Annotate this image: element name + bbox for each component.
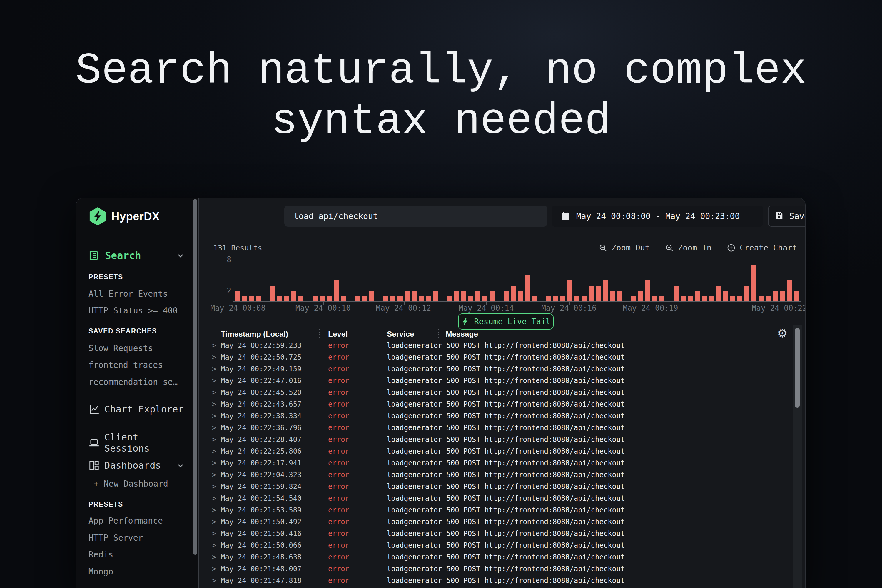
histogram-bar[interactable]: [637, 260, 644, 302]
column-resize-handle[interactable]: [376, 329, 378, 339]
table-row[interactable]: >May 24 00:22:25.806errorloadgenerator 5…: [200, 446, 792, 457]
histogram-bar[interactable]: [276, 260, 283, 302]
table-row[interactable]: >May 24 00:21:59.824errorloadgenerator 5…: [200, 481, 792, 492]
table-row[interactable]: >May 24 00:22:38.334errorloadgenerator 5…: [200, 410, 792, 422]
sidebar-item-chart-explorer[interactable]: Chart Explorer: [88, 404, 185, 415]
table-row[interactable]: >May 24 00:22:50.725errorloadgenerator 5…: [200, 351, 792, 363]
zoom-out-button[interactable]: Zoom Out: [598, 243, 650, 252]
histogram-bar[interactable]: [234, 260, 241, 302]
histogram-bar[interactable]: [375, 260, 382, 302]
table-row[interactable]: >May 24 00:22:17.941errorloadgenerator 5…: [200, 457, 792, 469]
table-row[interactable]: >May 24 00:22:49.159errorloadgenerator 5…: [200, 363, 792, 375]
histogram-bar[interactable]: [567, 260, 574, 302]
histogram-bar[interactable]: [666, 260, 673, 302]
histogram-bar[interactable]: [680, 260, 687, 302]
sidebar-item-mongo[interactable]: Mongo: [88, 567, 185, 576]
histogram-bar[interactable]: [751, 260, 758, 302]
histogram-bar[interactable]: [468, 260, 474, 302]
resume-live-tail-button[interactable]: Resume Live Tail: [458, 314, 554, 330]
sidebar-scrollbar[interactable]: [193, 199, 197, 555]
histogram-bar[interactable]: [333, 260, 340, 302]
histogram-bar[interactable]: [340, 260, 347, 302]
histogram-bar[interactable]: [312, 260, 319, 302]
histogram-bar[interactable]: [772, 260, 779, 302]
histogram-bar[interactable]: [439, 260, 446, 302]
histogram-bar[interactable]: [744, 260, 751, 302]
histogram-bar[interactable]: [496, 260, 503, 302]
sidebar-item-client-sessions[interactable]: Client Sessions: [88, 432, 185, 454]
column-header-level[interactable]: Level: [328, 330, 348, 339]
table-row[interactable]: >May 24 00:21:47.818errorloadgenerator 5…: [200, 575, 792, 586]
table-row[interactable]: >May 24 00:22:59.233errorloadgenerator 5…: [200, 340, 792, 351]
histogram-bar[interactable]: [517, 260, 524, 302]
histogram-bar[interactable]: [418, 260, 425, 302]
histogram-bar[interactable]: [255, 260, 262, 302]
histogram-bar[interactable]: [729, 260, 736, 302]
histogram-bar[interactable]: [304, 260, 312, 302]
histogram-bar[interactable]: [708, 260, 715, 302]
table-row[interactable]: >May 24 00:21:53.589errorloadgenerator 5…: [200, 504, 792, 516]
histogram-bar[interactable]: [319, 260, 326, 302]
table-row[interactable]: >May 24 00:21:48.638errorloadgenerator 5…: [200, 551, 792, 563]
histogram-bar[interactable]: [623, 260, 630, 302]
histogram-bar[interactable]: [397, 260, 404, 302]
histogram-bar[interactable]: [382, 260, 390, 302]
histogram-bar[interactable]: [765, 260, 772, 302]
search-input[interactable]: load api/checkout: [284, 206, 548, 226]
histogram-bar[interactable]: [354, 260, 361, 302]
histogram-bar[interactable]: [609, 260, 616, 302]
histogram-bar[interactable]: [602, 260, 609, 302]
histogram-bar[interactable]: [574, 260, 580, 302]
histogram-bar[interactable]: [297, 260, 304, 302]
histogram-bar[interactable]: [503, 260, 510, 302]
sidebar-item-frontend-traces[interactable]: frontend traces: [88, 360, 185, 370]
histogram-bar[interactable]: [588, 260, 595, 302]
table-row[interactable]: >May 24 00:22:47.016errorloadgenerator 5…: [200, 375, 792, 387]
histogram-bar[interactable]: [595, 260, 602, 302]
histogram-bar[interactable]: [248, 260, 255, 302]
histogram-bar[interactable]: [453, 260, 460, 302]
histogram-bar[interactable]: [560, 260, 567, 302]
histogram-bar[interactable]: [269, 260, 276, 302]
table-row[interactable]: >May 24 00:22:36.796errorloadgenerator 5…: [200, 422, 792, 434]
histogram-bar[interactable]: [786, 260, 793, 302]
histogram-bar[interactable]: [651, 260, 658, 302]
histogram-bar[interactable]: [694, 260, 701, 302]
histogram-bar[interactable]: [411, 260, 418, 302]
create-chart-button[interactable]: Create Chart: [727, 243, 797, 252]
table-row[interactable]: >May 24 00:21:54.540errorloadgenerator 5…: [200, 492, 792, 504]
histogram-bar[interactable]: [361, 260, 368, 302]
histogram-bar[interactable]: [758, 260, 765, 302]
sidebar-item-all-error-events[interactable]: All Error Events: [88, 289, 185, 299]
histogram-bar[interactable]: [673, 260, 680, 302]
table-row[interactable]: >May 24 00:22:28.407errorloadgenerator 5…: [200, 434, 792, 446]
histogram-bar[interactable]: [531, 260, 538, 302]
chevron-down-icon[interactable]: [176, 461, 185, 470]
sidebar-item-recommendation[interactable]: recommendation se…: [88, 377, 185, 387]
histogram-bar[interactable]: [390, 260, 397, 302]
histogram-bar[interactable]: [489, 260, 496, 302]
histogram-bar[interactable]: [616, 260, 623, 302]
histogram-bar[interactable]: [715, 260, 722, 302]
histogram-bar[interactable]: [630, 260, 637, 302]
save-button[interactable]: Save: [768, 206, 806, 226]
histogram-bar[interactable]: [474, 260, 482, 302]
sidebar-item-search[interactable]: Search: [88, 250, 185, 261]
histogram-bar[interactable]: [482, 260, 489, 302]
histogram-bar[interactable]: [687, 260, 694, 302]
histogram-bar[interactable]: [291, 260, 297, 302]
histogram-bar[interactable]: [241, 260, 248, 302]
column-header-message[interactable]: Message: [446, 330, 478, 339]
column-header-timestamp[interactable]: Timestamp (Local): [221, 330, 288, 339]
column-resize-handle[interactable]: [319, 329, 320, 339]
sidebar-item-http-status[interactable]: HTTP Status >= 400: [88, 306, 185, 315]
table-row[interactable]: >May 24 00:21:50.066errorloadgenerator 5…: [200, 540, 792, 551]
histogram-bar[interactable]: [262, 260, 269, 302]
zoom-in-button[interactable]: Zoom In: [665, 243, 711, 252]
column-resize-handle[interactable]: [438, 329, 439, 339]
table-row[interactable]: >May 24 00:21:50.416errorloadgenerator 5…: [200, 528, 792, 540]
histogram-bar[interactable]: [580, 260, 588, 302]
histogram-bar[interactable]: [722, 260, 729, 302]
histogram-bar[interactable]: [545, 260, 552, 302]
histogram-bar[interactable]: [425, 260, 432, 302]
